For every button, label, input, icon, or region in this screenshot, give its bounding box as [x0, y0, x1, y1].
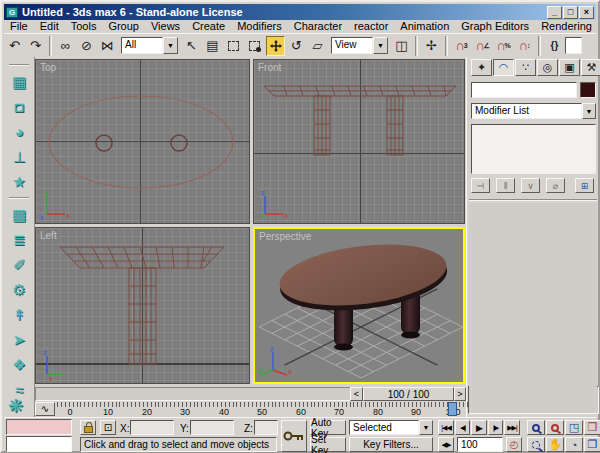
play-button[interactable]: ▶	[471, 420, 487, 435]
maximize-button[interactable]: □	[563, 6, 578, 19]
configure-modifier-sets-button[interactable]: ⊞	[575, 178, 594, 193]
go-to-end-button[interactable]: ▶▶|	[504, 420, 520, 435]
go-to-start-button[interactable]: |◀◀	[438, 420, 454, 435]
key-mode-toggle[interactable]: ◀▶	[438, 437, 454, 452]
snap-toggle-3d-icon[interactable]: ∩3	[452, 36, 471, 56]
chevron-down-icon[interactable]: ▼	[582, 103, 596, 119]
chevron-down-icon[interactable]: ▼	[373, 37, 388, 54]
menu-animation[interactable]: Animation	[394, 20, 455, 32]
viewport-left-label[interactable]: Left	[40, 230, 57, 241]
menu-modifiers[interactable]: Modifiers	[231, 20, 288, 32]
springs-tab-icon[interactable]: ≣	[13, 227, 26, 252]
tab-hierarchy[interactable]: ∵	[515, 59, 536, 76]
rectangular-selection-region-icon[interactable]	[224, 36, 243, 56]
select-and-link-icon[interactable]: ∞	[56, 36, 75, 56]
modifiers-knot-icon[interactable]: ❋	[8, 393, 23, 418]
y-coordinate-field[interactable]	[190, 420, 234, 435]
remove-modifier-button[interactable]: ⌀	[546, 178, 565, 193]
modifier-stack-list[interactable]	[471, 124, 596, 174]
viewport-top-label[interactable]: Top	[40, 62, 56, 73]
menu-edit[interactable]: Edit	[34, 20, 65, 32]
minimize-button[interactable]: _	[547, 6, 562, 19]
edit-named-selections-icon[interactable]: {}	[545, 36, 564, 56]
menu-file[interactable]: File	[4, 20, 34, 32]
pan-view-button[interactable]: ✋	[546, 437, 564, 452]
bind-to-spacewarp-icon[interactable]: ⋈	[98, 36, 117, 56]
unlink-selection-icon[interactable]: ⊘	[77, 36, 96, 56]
menu-rendering[interactable]: Rendering	[535, 20, 598, 32]
particles-tab-icon[interactable]: ★	[12, 169, 25, 194]
tab-display[interactable]: ▣	[559, 59, 580, 76]
spinner-snap-toggle-icon[interactable]: ∩↕	[515, 36, 534, 56]
menu-views[interactable]: Views	[145, 20, 186, 32]
modifier-list-dropdown[interactable]: Modifier List ▼	[471, 103, 596, 119]
objects-tab-icon[interactable]: ▦	[12, 69, 26, 94]
selection-filter-dropdown[interactable]: All ▼	[121, 37, 178, 54]
window-crossing-toggle-icon[interactable]	[245, 36, 264, 56]
weathervane-tab-icon[interactable]: ↟	[13, 302, 26, 327]
tab-motion[interactable]: ◎	[537, 59, 558, 76]
zoom-button[interactable]	[527, 420, 545, 435]
zoom-extents-all-button[interactable]: ❒	[584, 420, 600, 435]
select-and-manipulate-icon[interactable]: ✢	[422, 36, 441, 56]
menu-group[interactable]: Group	[102, 20, 145, 32]
percent-snap-toggle-icon[interactable]: ∩%	[494, 36, 513, 56]
object-color-swatch[interactable]	[580, 82, 596, 98]
selection-set-dropdown[interactable]: Selected ▼	[349, 420, 433, 435]
shapes-tab-icon[interactable]: ❖	[12, 352, 25, 377]
select-object-icon[interactable]: ↖	[182, 36, 201, 56]
track-bar[interactable]: 0 10 20 30 40 50 60 70 80 90 100	[57, 402, 472, 417]
menu-character[interactable]: Character	[288, 20, 348, 32]
region-zoom-button[interactable]	[527, 437, 545, 452]
object-name-field[interactable]	[471, 82, 577, 98]
show-end-result-button[interactable]: ‖	[496, 178, 515, 193]
chevron-down-icon[interactable]: ▼	[419, 420, 433, 435]
selection-lock-toggle[interactable]	[80, 420, 96, 435]
use-pivot-point-center-icon[interactable]: ◫	[392, 36, 411, 56]
undo-icon[interactable]: ↶	[5, 36, 24, 56]
select-by-name-icon[interactable]: ▤	[203, 36, 222, 56]
redo-icon[interactable]: ↷	[26, 36, 45, 56]
select-and-move-icon[interactable]	[266, 36, 285, 56]
viewport-perspective[interactable]: Perspective	[253, 227, 465, 384]
dart-tab-icon[interactable]: ➤	[13, 327, 26, 352]
systems-tab-icon[interactable]: ⚙	[12, 277, 25, 302]
time-slider-next-key-button[interactable]: >	[454, 387, 466, 401]
reference-coordinate-system-dropdown[interactable]: View ▼	[331, 37, 388, 54]
next-frame-button[interactable]: |▶	[488, 420, 503, 435]
viewport-front-label[interactable]: Front	[258, 62, 281, 73]
z-coordinate-field[interactable]	[254, 420, 278, 435]
tab-create[interactable]: ✦	[471, 59, 492, 76]
viewport-left[interactable]: Left z x	[35, 227, 250, 384]
menu-reactor[interactable]: reactor	[348, 20, 394, 32]
viewport-front[interactable]: Front z x	[253, 59, 465, 224]
pin-stack-button[interactable]: ⊣	[471, 178, 490, 193]
compounds-tab-icon[interactable]: ◕	[14, 119, 23, 144]
time-slider-button[interactable]: 100 / 100	[363, 387, 454, 401]
select-and-rotate-icon[interactable]: ↺	[287, 36, 306, 56]
viewport-top[interactable]: Top y x z	[35, 59, 250, 224]
menu-tools[interactable]: Tools	[65, 20, 103, 32]
named-selection-sets-input[interactable]	[565, 37, 582, 54]
chevron-down-icon[interactable]: ▼	[163, 37, 178, 54]
ik-pin-tab-icon[interactable]: ⊥	[12, 144, 25, 169]
time-configuration-button[interactable]: ◴	[506, 437, 522, 452]
make-unique-button[interactable]: ∨	[521, 178, 540, 193]
time-slider-prev-key-button[interactable]: <	[350, 387, 363, 401]
maxscript-mini-listener-pink[interactable]	[6, 419, 72, 435]
maxscript-mini-listener-white[interactable]	[6, 436, 72, 452]
modeling-tab-icon[interactable]: ✐	[13, 252, 26, 277]
arc-rotate-button[interactable]: ◔	[565, 437, 583, 452]
previous-frame-button[interactable]: ◀|	[455, 420, 470, 435]
x-coordinate-field[interactable]	[130, 420, 174, 435]
track-bar-frame-marker[interactable]	[448, 402, 457, 416]
tab-utilities[interactable]: ⚒	[581, 59, 600, 76]
menu-create[interactable]: Create	[186, 20, 231, 32]
open-mini-curve-editor-button[interactable]: ∿	[35, 402, 55, 416]
min-max-toggle-button[interactable]: ❐	[584, 437, 600, 452]
helpers-tab-icon[interactable]: ▩	[12, 202, 26, 227]
key-filters-button[interactable]: Key Filters...	[349, 437, 433, 452]
angle-snap-toggle-icon[interactable]: ∩∠	[473, 36, 492, 56]
absolute-offset-mode-toggle[interactable]: ⊡	[100, 420, 116, 435]
close-button[interactable]: ×	[579, 6, 594, 19]
